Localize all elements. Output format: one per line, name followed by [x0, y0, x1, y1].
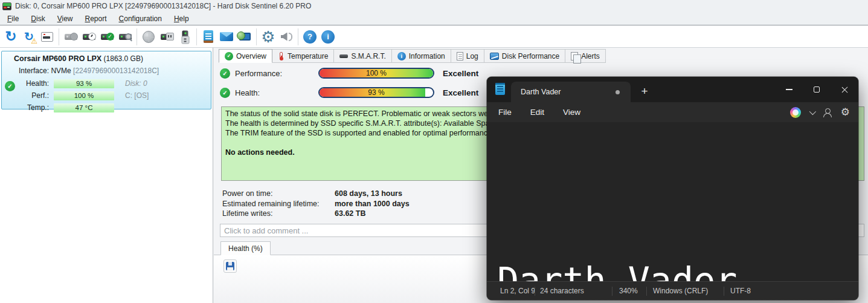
- disk-check-button[interactable]: [98, 28, 116, 46]
- hds-toolbar: ? i: [0, 26, 868, 48]
- gear-icon: [261, 29, 275, 45]
- disk-bar-icon: [339, 54, 348, 58]
- performance-rating: Excellent: [443, 69, 478, 78]
- toolbar-separator: [196, 28, 197, 45]
- hds-menubar: File Disk View Report Configuration Help: [0, 12, 868, 25]
- notepad-menu-view[interactable]: View: [556, 105, 588, 119]
- notes-button[interactable]: [199, 28, 217, 46]
- remote-monitor-button[interactable]: [236, 28, 254, 46]
- save-chart-button[interactable]: [223, 259, 237, 273]
- device-interface-line: Interface: NVMe [2249796900013142018C]: [19, 67, 159, 75]
- menu-report[interactable]: Report: [79, 13, 113, 24]
- health-gauge-value: 93 %: [320, 88, 433, 97]
- info-button[interactable]: i: [319, 28, 337, 46]
- maximize-button[interactable]: [803, 77, 831, 102]
- new-tab-button[interactable]: [635, 82, 654, 100]
- tab-log[interactable]: Log: [451, 49, 484, 63]
- clock-badge-icon: [88, 33, 96, 41]
- stat-row: Power on time:608 days, 13 hours: [222, 189, 410, 199]
- hds-titlebar[interactable]: Disk: 0, Corsair MP600 PRO LPX [22497969…: [0, 0, 868, 12]
- disk-disabled-button[interactable]: [62, 28, 80, 46]
- menu-disk[interactable]: Disk: [25, 13, 51, 24]
- chevron-down-icon[interactable]: [809, 108, 816, 114]
- encoding[interactable]: UTF-8: [724, 287, 751, 295]
- tab-information[interactable]: iInformation: [392, 49, 451, 63]
- health-value-bar: 93 %: [54, 79, 114, 88]
- tab-smart[interactable]: S.M.A.R.T.: [334, 49, 391, 63]
- report-window-button[interactable]: [38, 28, 56, 46]
- tab-temperature[interactable]: Temperature: [272, 49, 334, 63]
- performance-label: Performance:: [235, 69, 301, 78]
- refresh-button[interactable]: [2, 28, 20, 46]
- stat-row: Lifetime writes:63.62 TB: [222, 209, 410, 219]
- temp-value-bar: 47 °C: [54, 103, 114, 112]
- menu-configuration[interactable]: Configuration: [113, 13, 168, 24]
- notepad-tab-title: Darth Vader: [521, 88, 561, 96]
- disk-clock-button[interactable]: [80, 28, 98, 46]
- performance-gauge: 100 %: [318, 68, 434, 79]
- menu-view[interactable]: View: [51, 13, 79, 24]
- tab-disk-performance[interactable]: Disk Performance: [484, 49, 565, 63]
- settings-button[interactable]: [259, 28, 277, 46]
- disk-search-button[interactable]: [116, 28, 134, 46]
- notepad-menu-file[interactable]: File: [491, 105, 519, 119]
- hds-tab-bar: Overview Temperature S.M.A.R.T. iInforma…: [219, 49, 606, 63]
- help-button[interactable]: ?: [301, 28, 319, 46]
- email-button[interactable]: [217, 28, 236, 46]
- copilot-icon[interactable]: [790, 107, 801, 118]
- stat-value: 63.62 TB: [335, 209, 365, 219]
- character-count: 24 characters: [535, 287, 612, 295]
- notepad-titlebar[interactable]: Darth Vader: [487, 77, 858, 102]
- minimize-button[interactable]: [775, 77, 803, 102]
- maximize-icon: [814, 86, 820, 93]
- speaker-icon: [281, 33, 288, 41]
- device-size: (1863.0 GB): [101, 54, 143, 63]
- refresh-warning-button[interactable]: [20, 28, 38, 46]
- document-icon: [457, 52, 463, 60]
- check-circle-icon: [225, 52, 233, 60]
- stat-label: Estimated remaining lifetime:: [222, 199, 335, 209]
- notepad-editor[interactable]: Darth Vader 03-July-2025: [487, 122, 858, 281]
- plug-badge-icon: [166, 33, 174, 41]
- tab-label: Overview: [236, 52, 266, 60]
- disk-connect-icon: [161, 34, 173, 40]
- disk-disabled-icon: [65, 34, 77, 40]
- disk-list-item-selected[interactable]: Corsair MP600 PRO LPX (1863.0 GB) Interf…: [1, 51, 211, 109]
- disk-attach-button[interactable]: [176, 28, 194, 46]
- account-icon[interactable]: [823, 108, 832, 117]
- menu-file[interactable]: File: [1, 13, 25, 24]
- search-badge-icon: [124, 33, 132, 41]
- tab-alerts[interactable]: Alerts: [565, 49, 606, 63]
- tab-health-percent[interactable]: Health (%): [220, 241, 271, 255]
- sounds-button[interactable]: [277, 28, 295, 46]
- notepad-tab[interactable]: Darth Vader: [511, 82, 631, 102]
- toolbar-separator: [137, 28, 137, 45]
- disk-connect-button[interactable]: [158, 28, 176, 46]
- device-temp-row: Temp.: 47 °C: [20, 103, 114, 112]
- menu-help[interactable]: Help: [168, 13, 195, 24]
- hds-app-icon: [2, 2, 11, 10]
- tab-label: S.M.A.R.T.: [351, 52, 385, 60]
- tab-overview[interactable]: Overview: [219, 49, 272, 63]
- stat-value: more than 1000 days: [335, 199, 410, 209]
- notepad-menubar: File Edit View: [487, 102, 858, 122]
- disk-check-icon: [101, 34, 114, 40]
- health-row: Health: 93 % Excellent: [220, 87, 478, 98]
- info-icon: i: [397, 52, 406, 60]
- device-name: Corsair MP600 PRO LPX: [14, 54, 101, 63]
- check-circle-icon: [220, 88, 230, 98]
- disk-search-icon: [119, 34, 132, 40]
- line-ending[interactable]: Windows (CRLF): [647, 287, 724, 295]
- notepad-menu-edit[interactable]: Edit: [523, 105, 551, 119]
- settings-gear-icon[interactable]: [841, 106, 850, 119]
- hds-window-title: Disk: 0, Corsair MP600 PRO LPX [22497969…: [15, 2, 311, 10]
- interface-value: NVMe: [51, 67, 73, 75]
- zoom-level[interactable]: 340%: [612, 287, 646, 295]
- disk-stats: Power on time:608 days, 13 hours Estimat…: [222, 189, 410, 219]
- toolbar-separator: [256, 28, 257, 45]
- temp-label: Temp.:: [20, 103, 49, 112]
- network-disk-button[interactable]: [140, 28, 158, 46]
- device-status-check: [5, 81, 15, 91]
- floppy-save-icon: [226, 262, 234, 270]
- close-button[interactable]: [831, 77, 858, 102]
